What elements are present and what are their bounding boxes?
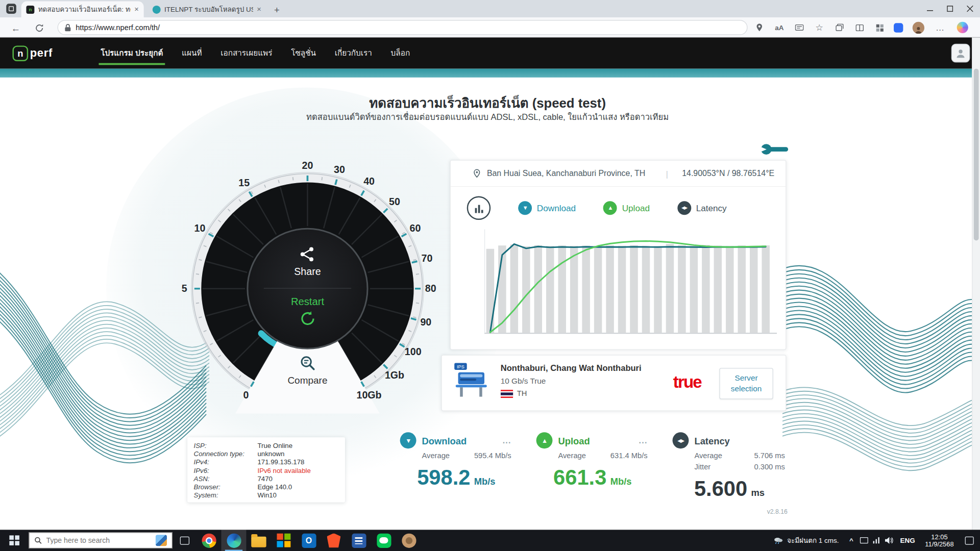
share-icon: [300, 246, 316, 262]
clock-date: 11/9/2568: [925, 540, 953, 548]
tab-actions-icon[interactable]: [6, 4, 16, 14]
menu-item-publications[interactable]: เอกสารเผยแพร่: [211, 36, 282, 71]
maximize-button[interactable]: [940, 0, 960, 17]
weather-widget[interactable]: จะมีฝนตก 1 cms.: [767, 530, 845, 551]
address-bar[interactable]: https://www.nperf.com/th/: [58, 20, 748, 35]
page-tools-icon[interactable]: [793, 22, 805, 33]
graph-mode-icon[interactable]: [467, 196, 491, 220]
new-tab-button[interactable]: +: [270, 3, 284, 16]
menu-item-blog[interactable]: บล็อก: [381, 36, 419, 71]
browser-essentials-icon[interactable]: [892, 22, 904, 33]
extensions-icon[interactable]: [873, 22, 886, 33]
profile-avatar[interactable]: [912, 22, 924, 33]
taskbar-app-brave[interactable]: [321, 530, 346, 551]
settings-menu-icon[interactable]: …: [934, 22, 946, 33]
gauge-tick-label: 10: [194, 223, 206, 235]
compare-button[interactable]: Compare: [287, 356, 327, 386]
minimize-button[interactable]: [920, 0, 940, 17]
outlook-icon: O: [302, 533, 316, 547]
essentials-glyph: [893, 23, 902, 32]
action-center-button[interactable]: [959, 530, 980, 551]
desktop: n ทดสอบความเร็วอินเทอร์เน็ต: ทดสอบค... ×…: [0, 0, 980, 551]
isp-info-panel: ISP:True Online Connection type:unknown …: [187, 437, 345, 502]
search-highlight-icon[interactable]: [156, 535, 167, 546]
start-button[interactable]: [0, 530, 29, 551]
itelnpt-favicon: [153, 5, 161, 13]
menu-item-about[interactable]: เกี่ยวกับเรา: [325, 36, 381, 71]
latency-title: Latency: [694, 435, 729, 446]
scrollbar-thumb[interactable]: [973, 69, 978, 241]
tray-network-icon[interactable]: [870, 530, 883, 551]
search-input[interactable]: [46, 537, 146, 544]
gauge-tick-label: 80: [425, 283, 436, 294]
back-button[interactable]: ←: [9, 21, 22, 35]
legend-download[interactable]: ▼ Download: [518, 201, 576, 215]
refresh-button[interactable]: [33, 21, 46, 35]
isp-label: Connection type:: [194, 450, 258, 458]
upload-menu-button[interactable]: ...: [639, 436, 649, 445]
nperf-logo[interactable]: n perf: [12, 45, 52, 61]
tray-display-icon[interactable]: [857, 530, 870, 551]
browser-tab-nperf[interactable]: n ทดสอบความเร็วอินเทอร์เน็ต: ทดสอบค... ×: [21, 1, 144, 17]
server-icon: IPS: [452, 362, 491, 404]
taskbar-app-file-explorer[interactable]: [246, 530, 271, 551]
download-unit: Mb/s: [474, 476, 496, 487]
task-view-button[interactable]: [173, 530, 197, 551]
taskbar-clock[interactable]: 12:05 11/9/2568: [920, 533, 959, 548]
clock-time: 12:05: [925, 533, 953, 540]
legend-latency-label: Latency: [696, 203, 727, 213]
average-label: Average: [422, 451, 450, 460]
menu-item-applications[interactable]: โปรแกรม ประยุกต์: [91, 36, 173, 71]
restart-button[interactable]: Restart: [291, 295, 324, 331]
settings-wrench-icon[interactable]: [760, 141, 789, 160]
tab-close-icon[interactable]: ×: [134, 5, 139, 14]
taskbar-app-line[interactable]: [371, 530, 396, 551]
close-window-button[interactable]: [960, 0, 980, 17]
tab-title: ITELNPT ระบบอัพโหลดรูป USO inver...: [164, 4, 253, 15]
rain-icon: [773, 537, 783, 544]
menu-item-solutions[interactable]: โซลูชั่น: [282, 36, 326, 71]
tray-volume-icon[interactable]: [883, 530, 895, 551]
server-selection-button[interactable]: Server selection: [719, 368, 773, 399]
user-icon: [955, 48, 966, 58]
url-text: https://www.nperf.com/th/: [76, 23, 160, 32]
legend-latency[interactable]: ◀▶ Latency: [677, 201, 727, 215]
taskbar-app-microsoft[interactable]: [271, 530, 296, 551]
collections-icon[interactable]: [833, 22, 845, 33]
taskbar-app-edge[interactable]: [221, 530, 246, 551]
split-screen-icon[interactable]: [853, 22, 865, 33]
site-menu: โปรแกรม ประยุกต์ แผนที่ เอกสารเผยแพร่ โซ…: [91, 36, 420, 71]
taskbar-app-outlook[interactable]: O: [296, 530, 321, 551]
latency-legend-icon: ◀▶: [677, 201, 691, 215]
share-button[interactable]: Share: [294, 246, 321, 277]
browser-tab-itelnpt[interactable]: ITELNPT ระบบอัพโหลดรูป USO inver... ×: [148, 1, 266, 17]
copilot-icon[interactable]: [956, 22, 968, 33]
taskbar-search[interactable]: [29, 532, 173, 548]
edge-icon: [227, 533, 241, 547]
location-pin-icon[interactable]: [753, 22, 766, 33]
jitter-label: Jitter: [694, 462, 710, 471]
download-title: Download: [422, 435, 467, 446]
language-indicator[interactable]: ENG: [895, 537, 920, 544]
compare-label: Compare: [287, 375, 327, 386]
upload-icon: ▲: [536, 432, 553, 448]
download-main-value: 598.2: [417, 465, 470, 490]
isp-value: unknown: [257, 450, 284, 458]
translate-icon[interactable]: aA: [773, 22, 786, 33]
account-button[interactable]: [951, 44, 970, 63]
compare-icon: [299, 356, 316, 372]
notification-icon: [965, 536, 974, 544]
download-menu-button[interactable]: ...: [503, 436, 512, 445]
legend-upload[interactable]: ▲ Upload: [603, 201, 650, 215]
isp-value: Edge 140.0: [257, 483, 292, 491]
download-icon: ▼: [400, 432, 416, 448]
taskbar-app-chrome[interactable]: [196, 530, 221, 551]
taskbar-app-misc[interactable]: [396, 530, 421, 551]
taskbar-app-document[interactable]: [346, 530, 371, 551]
hidden-icons-chevron[interactable]: ^: [845, 530, 857, 551]
favorites-star-icon[interactable]: ☆: [813, 22, 825, 33]
tab-close-icon[interactable]: ×: [257, 5, 261, 14]
isp-label: ASN:: [194, 474, 258, 483]
menu-item-map[interactable]: แผนที่: [173, 36, 211, 71]
document-app-icon: [352, 533, 366, 547]
